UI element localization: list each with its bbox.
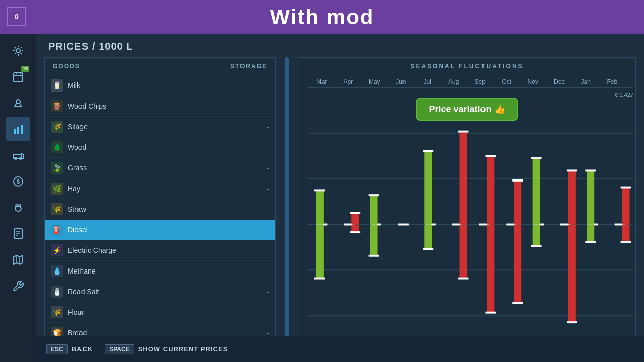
header-title: With mod: [270, 5, 374, 29]
goods-col-header: GOODS: [53, 63, 80, 70]
svg-rect-34: [316, 225, 324, 279]
svg-rect-85: [622, 225, 630, 242]
month-label-dec: Dec: [546, 78, 573, 85]
chart-header: SEASONAL FLUCTUATIONS: [298, 58, 635, 75]
goods-icon-electric-charge: ⚡: [51, 244, 63, 256]
svg-rect-65: [514, 225, 521, 303]
svg-rect-73: [568, 170, 576, 224]
svg-point-15: [16, 205, 18, 207]
goods-icon-wood: 🌲: [51, 141, 63, 153]
esc-key: ESC: [46, 344, 68, 354]
svg-rect-80: [587, 225, 594, 242]
svg-rect-58: [487, 156, 494, 224]
sidebar-item-tools[interactable]: [6, 274, 30, 298]
goods-item-grass[interactable]: 🍃Grass-: [45, 158, 275, 178]
svg-rect-75: [568, 225, 576, 323]
svg-rect-8: [21, 125, 23, 134]
month-label-jun: Jun: [388, 78, 415, 85]
goods-name-text: Flour: [68, 308, 262, 316]
svg-rect-68: [533, 158, 540, 224]
goods-list: 🥛Milk-🪵Wood Chips-🌾Silage-🌲Wood-🍃Grass-🌿…: [45, 75, 275, 361]
goods-storage-value: -: [267, 123, 269, 131]
svg-rect-83: [622, 188, 630, 225]
goods-name-text: Methane: [68, 267, 262, 275]
svg-rect-42: [370, 195, 378, 224]
svg-rect-44: [370, 225, 378, 256]
goods-item-flour[interactable]: 🌾Flour-: [45, 302, 275, 323]
svg-marker-21: [14, 255, 23, 264]
goods-icon-straw: 🌾: [51, 203, 63, 215]
goods-icon-flour: 🌾: [51, 306, 63, 318]
main-content: PRICES / 1000 L GOODS STORAGE 🥛Milk-🪵Woo…: [36, 34, 644, 362]
show-prices-button[interactable]: SPACE SHOW CURRENT PRICES: [105, 344, 228, 354]
goods-name-text: Electric Charge: [68, 246, 262, 254]
month-label-jan: Jan: [573, 78, 599, 85]
sidebar-item-animals[interactable]: [6, 196, 30, 220]
content-row: GOODS STORAGE 🥛Milk-🪵Wood Chips-🌾Silage-…: [36, 57, 644, 362]
sidebar-item-statistics[interactable]: [6, 117, 30, 141]
goods-storage-value: -: [267, 247, 269, 254]
goods-icon-silage: 🌾: [51, 121, 63, 133]
sidebar: 15 $: [0, 34, 36, 362]
goods-item-electric-charge[interactable]: ⚡Electric Charge-: [45, 240, 275, 261]
sidebar-item-contracts[interactable]: [6, 222, 30, 246]
svg-rect-50: [424, 225, 432, 249]
top-badge: 0: [7, 7, 26, 26]
goods-item-straw[interactable]: 🌾Straw-: [45, 199, 275, 220]
goods-icon-hay: 🌿: [51, 183, 63, 195]
sidebar-item-vehicles[interactable]: [6, 143, 30, 167]
sidebar-item-settings[interactable]: [6, 39, 30, 63]
page-title: PRICES / 1000 L: [36, 34, 644, 57]
goods-item-milk[interactable]: 🥛Milk-: [45, 75, 275, 96]
goods-storage-value: -: [267, 288, 269, 296]
goods-name-text: Road Salt: [68, 288, 262, 296]
goods-storage-value: -: [267, 267, 269, 275]
goods-item-road-salt[interactable]: 🧂Road Salt-: [45, 282, 275, 302]
goods-icon-milk: 🥛: [51, 79, 63, 92]
header-banner: 0 With mod: [0, 0, 644, 34]
goods-icon-road-salt: 🧂: [51, 286, 63, 298]
month-label-jul: Jul: [414, 78, 441, 85]
chart-panel: SEASONAL FLUCTUATIONS MarAprMayJunJulAug…: [298, 57, 636, 362]
goods-storage-value: -: [267, 226, 269, 234]
goods-item-methane[interactable]: 💧Methane-: [45, 261, 275, 282]
goods-name-text: Milk: [68, 81, 262, 89]
goods-icon-methane: 💧: [51, 265, 63, 277]
svg-rect-7: [17, 127, 19, 134]
month-label-nov: Nov: [520, 78, 546, 85]
sidebar-item-map[interactable]: [6, 248, 30, 272]
goods-name-text: Hay: [68, 185, 262, 193]
goods-name-text: Wood Chips: [68, 102, 262, 110]
svg-rect-60: [487, 225, 494, 313]
goods-item-wood-chips[interactable]: 🪵Wood Chips-: [45, 96, 275, 117]
chart-area: € 1,427 € 1,336 Price variation 👍: [298, 87, 635, 361]
goods-name-text: Diesel: [68, 226, 262, 234]
svg-rect-78: [587, 170, 594, 224]
goods-item-hay[interactable]: 🌿Hay-: [45, 178, 275, 199]
sidebar-item-calendar[interactable]: 15: [6, 65, 30, 89]
goods-icon-wood-chips: 🪵: [51, 100, 63, 112]
svg-point-16: [19, 205, 21, 207]
svg-rect-48: [424, 151, 432, 225]
month-label-may: May: [361, 78, 388, 85]
goods-name-text: Silage: [68, 123, 262, 131]
goods-storage-value: -: [267, 164, 269, 172]
price-variation-tooltip: Price variation 👍: [416, 98, 518, 121]
back-button[interactable]: ESC BACK: [46, 344, 93, 354]
chart-bars: [308, 87, 633, 361]
svg-rect-39: [351, 225, 359, 233]
sidebar-item-weather[interactable]: [6, 91, 30, 115]
goods-storage-value: -: [267, 144, 269, 151]
goods-header: GOODS STORAGE: [45, 58, 275, 75]
sidebar-item-finances[interactable]: $: [6, 169, 30, 194]
goods-item-diesel[interactable]: ⛽Diesel-: [45, 220, 275, 240]
month-label-oct: Oct: [494, 78, 520, 85]
goods-icon-diesel: ⛽: [51, 224, 63, 236]
svg-rect-70: [533, 225, 540, 246]
goods-item-silage[interactable]: 🌾Silage-: [45, 117, 275, 137]
bottom-bar: ESC BACK SPACE SHOW CURRENT PRICES: [36, 336, 644, 362]
goods-item-wood[interactable]: 🌲Wood-: [45, 137, 275, 158]
goods-storage-value: -: [267, 185, 269, 193]
scroll-strip[interactable]: [285, 57, 289, 362]
back-label: BACK: [72, 345, 93, 353]
